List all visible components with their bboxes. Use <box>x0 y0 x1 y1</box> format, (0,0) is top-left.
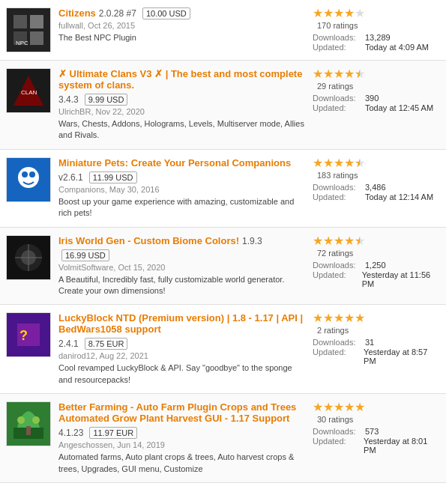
plugin-stats: ★★★★★ 183 ratings Downloads: 3,486 Updat… <box>313 157 440 201</box>
plugin-thumbnail <box>6 235 51 280</box>
updated-value: Today at 12:45 AM <box>365 103 433 112</box>
star-half: ★ <box>355 235 365 247</box>
price-badge: 11.99 USD <box>89 171 137 183</box>
svg-rect-0 <box>13 15 27 28</box>
star-filled: ★ <box>313 312 323 324</box>
svg-point-11 <box>29 171 35 177</box>
plugin-title[interactable]: ✗ Ultimate Clans V3 ✗ | The best and mos… <box>58 68 307 91</box>
svg-rect-22 <box>26 426 31 435</box>
price-badge: 16.99 USD <box>61 249 109 261</box>
plugin-meta: danirod12, Aug 22, 2021 <box>58 351 307 360</box>
price-badge: 9.99 USD <box>85 94 128 106</box>
svg-text:CLAN: CLAN <box>21 89 37 96</box>
star-filled: ★ <box>355 401 365 413</box>
price-badge: 11.97 EUR <box>89 427 137 439</box>
updated-label: Updated: <box>313 270 362 288</box>
plugin-thumbnail <box>6 401 51 446</box>
star-filled: ★ <box>344 401 355 413</box>
updated-label: Updated: <box>313 347 364 365</box>
svg-rect-1 <box>30 15 43 28</box>
svg-point-23 <box>17 416 25 424</box>
downloads-row: Downloads: 13,289 <box>313 33 440 42</box>
downloads-label: Downloads: <box>313 338 365 347</box>
star-rating: ★★★★★ <box>313 68 440 80</box>
plugin-title-row: Iris World Gen - Custom Biome Colors!1.9… <box>58 235 307 261</box>
updated-value: Today at 4:09 AM <box>365 43 429 52</box>
downloads-value: 390 <box>365 94 379 103</box>
plugin-version: 2.4.1 <box>58 338 79 349</box>
star-rating: ★★★★★ <box>313 157 440 169</box>
updated-row: Updated: Yesterday at 8:57 PM <box>313 347 440 365</box>
star-filled: ★ <box>334 235 344 247</box>
plugin-meta: VolmitSoftware, Oct 15, 2020 <box>58 263 307 272</box>
plugin-title-row: LuckyBlock NTD (Premium version) | 1.8 -… <box>58 312 307 350</box>
downloads-label: Downloads: <box>313 94 365 103</box>
updated-value: Yesterday at 11:56 PM <box>362 270 440 288</box>
updated-row: Updated: Today at 12:45 AM <box>313 103 440 112</box>
downloads-label: Downloads: <box>313 261 365 270</box>
star-empty: ★ <box>355 7 365 19</box>
downloads-value: 573 <box>365 427 379 436</box>
star-half: ★ <box>355 157 365 169</box>
plugin-description: Boost up your game experience with amazi… <box>58 196 307 219</box>
star-half: ★ <box>355 68 365 80</box>
updated-value: Yesterday at 8:57 PM <box>364 347 440 365</box>
plugin-title[interactable]: Miniature Pets: Create Your Personal Com… <box>58 157 291 168</box>
plugin-item: ? LuckyBlock NTD (Premium version) | 1.8… <box>0 305 446 394</box>
star-filled: ★ <box>334 157 344 169</box>
ratings-count: 170 ratings <box>317 21 358 30</box>
updated-value: Yesterday at 8:01 PM <box>364 437 440 455</box>
updated-row: Updated: Today at 4:09 AM <box>313 43 440 52</box>
updated-row: Updated: Yesterday at 8:01 PM <box>313 437 440 455</box>
downloads-row: Downloads: 573 <box>313 427 440 436</box>
plugin-meta: fullwall, Oct 26, 2015 <box>58 21 307 30</box>
star-filled: ★ <box>313 157 323 169</box>
plugin-version: v2.6.1 <box>58 172 83 183</box>
plugin-meta: UlrichBR, Nov 22, 2020 <box>58 107 307 116</box>
plugin-info: Citizens2.0.28 #710.00 USDfullwall, Oct … <box>58 7 313 43</box>
ratings-count: 72 ratings <box>317 249 353 258</box>
plugin-version: 3.4.3 <box>58 94 79 105</box>
star-filled: ★ <box>334 7 344 19</box>
plugin-description: The Best NPC Plugin <box>58 32 307 43</box>
downloads-row: Downloads: 3,486 <box>313 183 440 192</box>
plugin-description: A Beautiful, Incredibly fast, fully cust… <box>58 274 307 297</box>
updated-label: Updated: <box>313 437 364 455</box>
star-filled: ★ <box>344 312 355 324</box>
plugin-thumbnail: NPC <box>6 7 51 52</box>
star-filled: ★ <box>334 401 344 413</box>
svg-text:NPC: NPC <box>16 40 28 46</box>
plugin-list: NPC Citizens2.0.28 #710.00 USDfullwall, … <box>0 0 446 483</box>
star-rating: ★★★★★ <box>313 235 440 247</box>
plugin-version: 2.0.28 #7 <box>99 8 136 19</box>
plugin-title[interactable]: Better Farming - Auto Farm Plugin Crops … <box>58 401 307 424</box>
star-filled: ★ <box>334 312 344 324</box>
star-filled: ★ <box>323 7 334 19</box>
plugin-item: CLAN ✗ Ultimate Clans V3 ✗ | The best an… <box>0 61 446 150</box>
plugin-title[interactable]: LuckyBlock NTD (Premium version) | 1.8 -… <box>58 312 307 335</box>
plugin-title[interactable]: Iris World Gen - Custom Biome Colors! <box>58 235 239 246</box>
downloads-label: Downloads: <box>313 183 365 192</box>
downloads-label: Downloads: <box>313 33 365 42</box>
plugin-title-row: Better Farming - Auto Farm Plugin Crops … <box>58 401 307 439</box>
updated-row: Updated: Today at 12:14 AM <box>313 192 440 201</box>
plugin-thumbnail <box>6 157 51 202</box>
star-filled: ★ <box>323 157 334 169</box>
plugin-description: Wars, Chests, Addons, Holograms, Levels,… <box>58 118 307 142</box>
downloads-value: 3,486 <box>365 183 386 192</box>
plugin-info: ✗ Ultimate Clans V3 ✗ | The best and mos… <box>58 68 313 142</box>
plugin-description: Automated farms, Auto plant crops & tree… <box>58 452 307 475</box>
plugin-stats: ★★★★★ 170 ratings Downloads: 13,289 Upda… <box>313 7 440 52</box>
svg-point-10 <box>22 171 28 177</box>
plugin-thumbnail: CLAN <box>6 68 51 113</box>
star-filled: ★ <box>344 7 355 19</box>
plugin-info: Iris World Gen - Custom Biome Colors!1.9… <box>58 235 313 297</box>
plugin-stats: ★★★★★ 30 ratings Downloads: 573 Updated:… <box>313 401 440 455</box>
downloads-row: Downloads: 1,250 <box>313 261 440 270</box>
plugin-title[interactable]: Citizens <box>58 7 96 19</box>
updated-label: Updated: <box>313 192 365 201</box>
star-rating: ★★★★★ <box>313 7 440 19</box>
star-filled: ★ <box>313 68 323 80</box>
plugin-version: 4.1.23 <box>58 428 83 438</box>
updated-value: Today at 12:14 AM <box>365 192 433 201</box>
